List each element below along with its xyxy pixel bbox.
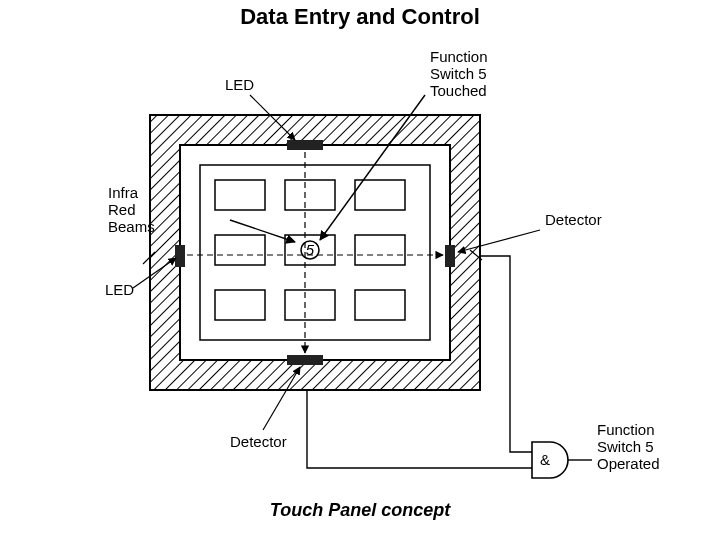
label-function-touched-2: Switch 5: [430, 65, 487, 82]
label-function-operated-1: Function: [597, 421, 655, 438]
label-function-operated-3: Operated: [597, 455, 660, 472]
led-left-pad: [175, 245, 185, 267]
svg-rect-7: [355, 180, 405, 210]
detector-right-pad: [445, 245, 455, 267]
and-gate-label: &: [540, 451, 550, 468]
svg-rect-6: [285, 180, 335, 210]
and-gate: &: [532, 442, 592, 478]
svg-rect-9: [355, 235, 405, 265]
label-infrared-2: Red: [108, 201, 136, 218]
detector-bottom-pad: [287, 355, 323, 365]
label-function-touched-1: Function: [430, 48, 488, 65]
wire-from-right-detector: [480, 256, 532, 452]
led-top-pad: [287, 140, 323, 150]
svg-rect-8: [215, 235, 265, 265]
label-detector-bottom: Detector: [230, 433, 287, 450]
label-detector-right: Detector: [545, 211, 602, 228]
label-led-top: LED: [225, 76, 254, 93]
label-function-operated-2: Switch 5: [597, 438, 654, 455]
label-function-touched-3: Touched: [430, 82, 487, 99]
label-infrared-1: Infra: [108, 184, 139, 201]
svg-rect-11: [285, 290, 335, 320]
svg-rect-5: [215, 180, 265, 210]
label-infrared-3: Beams: [108, 218, 155, 235]
svg-rect-12: [355, 290, 405, 320]
wire-from-bottom-detector: [307, 390, 532, 468]
diagram-svg: 5 & LED Function Switch 5 Touched Infra …: [0, 0, 720, 540]
svg-rect-10: [215, 290, 265, 320]
label-led-left: LED: [105, 281, 134, 298]
